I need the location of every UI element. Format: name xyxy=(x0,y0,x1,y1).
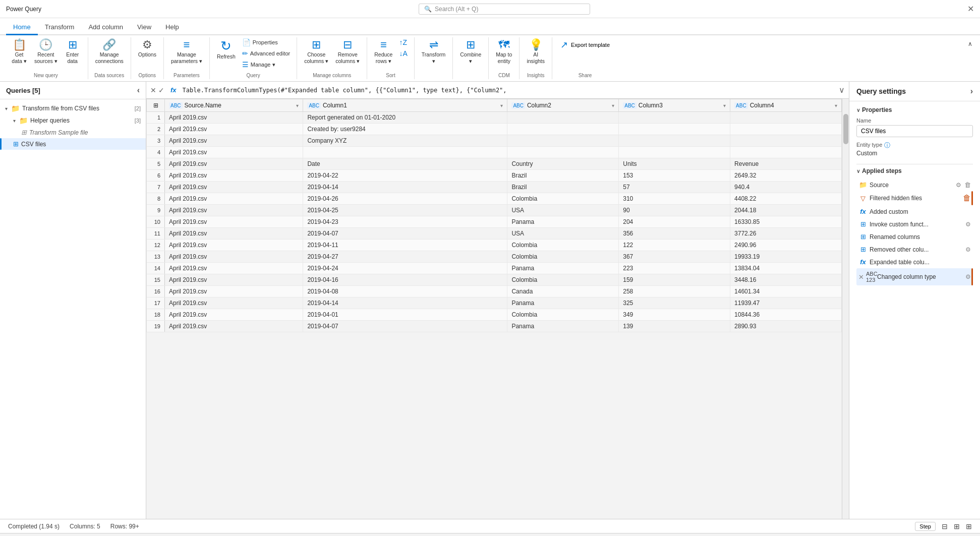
data-grid[interactable]: ⊞ ABC Source.Name ▾ ABC xyxy=(146,99,842,519)
step-removed-settings-icon[interactable]: ⚙ xyxy=(965,246,971,253)
cell-col3: 258 xyxy=(619,286,730,297)
col-sort-col1[interactable]: ▾ xyxy=(500,103,503,108)
name-input[interactable] xyxy=(856,125,973,137)
formula-input[interactable]: Table.TransformColumnTypes(#"Expanded ta… xyxy=(183,87,836,94)
tab-add-column[interactable]: Add column xyxy=(81,20,130,35)
table-row[interactable]: 14 April 2019.csv 2019-04-24 Panama 223 … xyxy=(147,263,842,274)
export-template-button[interactable]: ↗ Export template xyxy=(556,37,614,52)
table-row[interactable]: 3 April 2019.csv Company XYZ xyxy=(147,135,842,147)
col-header-col1[interactable]: ABC Column1 ▾ xyxy=(303,99,507,112)
manage-parameters-button[interactable]: ≡ Manageparameters ▾ xyxy=(168,37,205,66)
formula-expand-button[interactable]: ∨ xyxy=(839,85,845,95)
table-row[interactable]: 19 April 2019.csv 2019-04-07 Panama 139 … xyxy=(147,321,842,332)
get-data-button[interactable]: 📋 Getdata ▾ xyxy=(8,37,30,66)
ribbon-collapse-button[interactable]: ∧ xyxy=(964,37,976,47)
properties-icon: 📄 xyxy=(242,38,251,46)
step-invoke-custom[interactable]: ⊞ Invoke custom funct... ⚙ xyxy=(856,218,973,230)
properties-button[interactable]: 📄 Properties xyxy=(240,37,293,47)
col-header-col3[interactable]: ABC Column3 ▾ xyxy=(619,99,730,112)
entity-type-value: Custom xyxy=(856,150,973,157)
table-row[interactable]: 11 April 2019.csv 2019-04-07 USA 356 377… xyxy=(147,228,842,240)
applied-steps-title[interactable]: ∨ Applied steps xyxy=(856,167,973,174)
info-icon[interactable]: ⓘ xyxy=(884,141,890,150)
properties-section-title[interactable]: ∨ Properties xyxy=(856,106,973,113)
table-row[interactable]: 15 April 2019.csv 2019-04-16 Colombia 15… xyxy=(147,274,842,286)
sort-asc-button[interactable]: ↑Z xyxy=(396,37,410,47)
cell-col4 xyxy=(730,135,842,147)
step-type-settings-icon[interactable]: ⚙ xyxy=(965,273,971,280)
cell-col3: 367 xyxy=(619,251,730,263)
view-toggle-icon3[interactable]: ⊞ xyxy=(966,522,972,530)
view-toggle-icon1[interactable]: ⊟ xyxy=(942,522,948,530)
reduce-rows-button[interactable]: ≡ Reducerows ▾ xyxy=(371,37,395,66)
advanced-editor-button[interactable]: ✏ Advanced editor xyxy=(240,48,293,58)
vertical-scrollbar[interactable] xyxy=(842,99,849,519)
step-filtered-hidden[interactable]: ▽ Filtered hidden files 🗑 xyxy=(856,191,973,205)
step-added-custom[interactable]: fx Added custom xyxy=(856,205,973,218)
remove-columns-button[interactable]: ⊟ Removecolumns ▾ xyxy=(332,37,363,66)
combine-button[interactable]: ⊞ Combine▾ xyxy=(457,37,484,66)
col-sort-col4[interactable]: ▾ xyxy=(835,103,837,108)
table-row[interactable]: 6 April 2019.csv 2019-04-22 Brazil 153 2… xyxy=(147,170,842,182)
query-settings-expand[interactable]: › xyxy=(970,87,973,96)
table-row[interactable]: 12 April 2019.csv 2019-04-11 Colombia 12… xyxy=(147,240,842,251)
table-row[interactable]: 4 April 2019.csv xyxy=(147,147,842,158)
step-source-delete-icon[interactable]: 🗑 xyxy=(964,181,971,189)
table-row[interactable]: 9 April 2019.csv 2019-04-25 USA 90 2044.… xyxy=(147,205,842,216)
transform-button[interactable]: ⇌ Transform▾ xyxy=(419,37,448,66)
scrollbar-thumb[interactable] xyxy=(843,114,848,144)
sort-desc-button[interactable]: ↓A xyxy=(396,48,410,58)
step-removed-other[interactable]: ⊞ Removed other colu... ⚙ xyxy=(856,243,973,256)
step-button[interactable]: Step xyxy=(915,522,936,531)
table-row[interactable]: 5 April 2019.csv Date Country Units Reve… xyxy=(147,158,842,170)
manage-button[interactable]: ☰ Manage ▾ xyxy=(240,59,293,70)
tab-view[interactable]: View xyxy=(130,20,158,35)
ribbon-group-insights: 💡 AIinsights Insights xyxy=(520,37,552,79)
step-filtered-delete-icon[interactable]: 🗑 xyxy=(963,194,971,203)
sidebar-item-helper-queries[interactable]: ▾ 📁 Helper queries [3] xyxy=(0,114,146,127)
step-changed-type[interactable]: ✕ ABC123 Changed column type ⚙ xyxy=(856,268,973,285)
ribbon-group-transform: ⇌ Transform▾ xyxy=(415,37,453,79)
search-box[interactable]: 🔍 Search (Alt + Q) xyxy=(419,4,590,15)
col-sort-col3[interactable]: ▾ xyxy=(723,103,726,108)
sidebar-item-transform-sample[interactable]: ⊞ Transform Sample file xyxy=(0,127,146,138)
sidebar-collapse-button[interactable]: ‹ xyxy=(137,86,140,95)
col-sort-source[interactable]: ▾ xyxy=(296,103,299,108)
step-source[interactable]: 📁 Source ⚙ 🗑 xyxy=(856,178,973,191)
table-row[interactable]: 13 April 2019.csv 2019-04-27 Colombia 36… xyxy=(147,251,842,263)
tab-help[interactable]: Help xyxy=(158,20,186,35)
col-header-col4[interactable]: ABC Column4 ▾ xyxy=(730,99,842,112)
col-sort-col2[interactable]: ▾ xyxy=(612,103,614,108)
table-row[interactable]: 7 April 2019.csv 2019-04-14 Brazil 57 94… xyxy=(147,182,842,193)
refresh-button[interactable]: ↻ Refresh xyxy=(214,37,239,62)
table-row[interactable]: 8 April 2019.csv 2019-04-26 Colombia 310… xyxy=(147,193,842,205)
sidebar-item-csv-files[interactable]: ⊞ CSV files xyxy=(0,138,146,150)
step-expanded-table[interactable]: fx Expanded table colu... xyxy=(856,256,973,268)
table-row[interactable]: 17 April 2019.csv 2019-04-14 Panama 325 … xyxy=(147,297,842,309)
choose-columns-button[interactable]: ⊞ Choosecolumns ▾ xyxy=(301,37,331,66)
step-source-label: Source xyxy=(870,182,954,189)
options-button[interactable]: ⚙ Options xyxy=(135,37,159,60)
manage-connections-button[interactable]: 🔗 Manageconnections xyxy=(92,37,127,66)
table-row[interactable]: 18 April 2019.csv 2019-04-01 Colombia 34… xyxy=(147,309,842,321)
step-renamed-columns[interactable]: ⊞ Renamed columns xyxy=(856,230,973,243)
formula-cancel-icon[interactable]: ✕ xyxy=(150,86,156,94)
recent-sources-button[interactable]: 🕒 Recentsources ▾ xyxy=(31,37,61,66)
table-row[interactable]: 10 April 2019.csv 2019-04-23 Panama 204 … xyxy=(147,216,842,228)
table-row[interactable]: 1 April 2019.csv Report generated on 01-… xyxy=(147,112,842,124)
ai-insights-button[interactable]: 💡 AIinsights xyxy=(524,37,548,66)
col-header-source-name[interactable]: ABC Source.Name ▾ xyxy=(165,99,303,112)
step-source-settings-icon[interactable]: ⚙ xyxy=(956,182,961,189)
view-toggle-icon2[interactable]: ⊞ xyxy=(954,522,960,530)
sidebar-item-transform-file[interactable]: ▾ 📁 Transform file from CSV files [2] xyxy=(0,102,146,114)
table-row[interactable]: 2 April 2019.csv Created by: user9284 xyxy=(147,124,842,135)
enter-data-button[interactable]: ⊞ Enterdata xyxy=(62,37,84,66)
close-button[interactable]: ✕ xyxy=(967,4,974,14)
table-row[interactable]: 16 April 2019.csv 2019-04-08 Canada 258 … xyxy=(147,286,842,297)
tab-home[interactable]: Home xyxy=(6,20,38,35)
map-to-entity-button[interactable]: 🗺 Map toentity xyxy=(493,37,515,66)
formula-confirm-icon[interactable]: ✓ xyxy=(158,86,164,94)
tab-transform[interactable]: Transform xyxy=(38,20,82,35)
col-header-col2[interactable]: ABC Column2 ▾ xyxy=(507,99,619,112)
step-invoke-settings-icon[interactable]: ⚙ xyxy=(965,221,971,228)
